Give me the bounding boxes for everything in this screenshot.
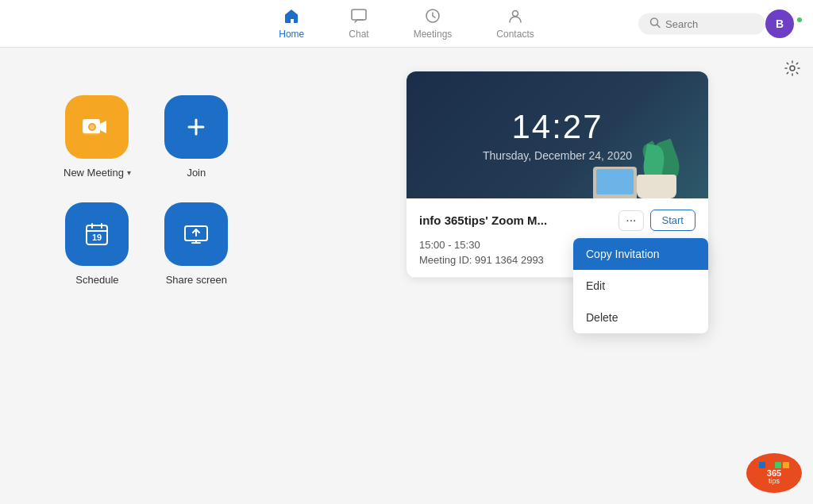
search-icon [649,17,661,30]
nav-home[interactable]: Home [272,4,310,43]
left-panel: New Meeting ▾ Join [0,48,302,504]
contacts-icon [507,7,524,27]
settings-button[interactable] [784,60,800,80]
schedule-label: Schedule [75,274,118,286]
avatar: B [765,10,794,38]
logo-sq-red [767,462,773,468]
start-meeting-button[interactable]: Start [650,210,695,231]
logo-badge: 365 tips [746,453,802,493]
search-input[interactable] [665,17,753,29]
svg-point-9 [90,125,94,129]
meeting-title: info 365tips' Zoom M... [419,214,602,227]
nav-chat-label: Chat [349,29,368,40]
nav-meetings-label: Meetings [414,29,453,40]
clock-icon [424,7,441,27]
delete-item[interactable]: Delete [573,302,708,333]
action-schedule[interactable]: 19 Schedule [64,202,131,286]
share-screen-label: Share screen [166,274,227,286]
navbar: Home Chat Meetings [0,0,813,48]
copy-invitation-item[interactable]: Copy Invitation [573,238,708,270]
dropdown-arrow-icon: ▾ [127,168,131,177]
nav-home-label: Home [279,29,304,40]
right-panel: 14:27 Thursday, December 24, 2020 info 3… [302,48,813,504]
banner-time: 14:27 [511,108,603,146]
chat-icon [350,7,368,27]
meeting-actions: ··· Start [618,210,695,231]
search-bar[interactable] [638,13,765,34]
action-share-screen[interactable]: Share screen [163,202,230,286]
laptop-screen [596,169,634,194]
banner-date: Thursday, December 24, 2020 [483,149,632,162]
join-label: Join [187,167,206,179]
meeting-card: 14:27 Thursday, December 24, 2020 info 3… [406,71,708,278]
home-icon [283,7,300,27]
nav-contacts-label: Contacts [496,29,534,40]
share-screen-button[interactable] [164,202,228,266]
online-indicator [796,16,803,24]
main-content: New Meeting ▾ Join [0,48,813,504]
svg-text:19: 19 [92,233,102,242]
search-container [638,13,765,34]
nav-items: Home Chat Meetings [272,4,540,43]
nav-meetings[interactable]: Meetings [407,4,459,43]
laptop-icon [593,167,637,198]
svg-point-2 [513,11,518,17]
logo-sq-blue [759,462,765,468]
action-join[interactable]: Join [163,95,230,179]
new-meeting-label: New Meeting ▾ [64,167,131,179]
logo-sq-yellow [783,462,789,468]
action-new-meeting[interactable]: New Meeting ▾ [64,95,131,179]
logo-tips-text: tips [769,478,780,485]
logo-sq-green [775,462,781,468]
action-grid: New Meeting ▾ Join [64,95,230,286]
edit-item[interactable]: Edit [573,270,708,302]
logo-365-text: 365 [767,469,781,478]
logo-icon-row [759,462,789,468]
nav-chat[interactable]: Chat [342,4,375,43]
svg-point-4 [790,66,795,71]
svg-rect-0 [352,10,366,20]
meeting-banner: 14:27 Thursday, December 24, 2020 [406,71,708,198]
nav-contacts[interactable]: Contacts [490,4,540,43]
schedule-button[interactable]: 19 [65,202,129,266]
meeting-header: info 365tips' Zoom M... ··· Start [419,210,695,231]
context-menu: Copy Invitation Edit Delete [573,238,708,333]
join-button[interactable] [164,95,228,159]
new-meeting-button[interactable] [65,95,129,159]
plant-pot [637,175,676,198]
more-options-button[interactable]: ··· [618,210,643,231]
